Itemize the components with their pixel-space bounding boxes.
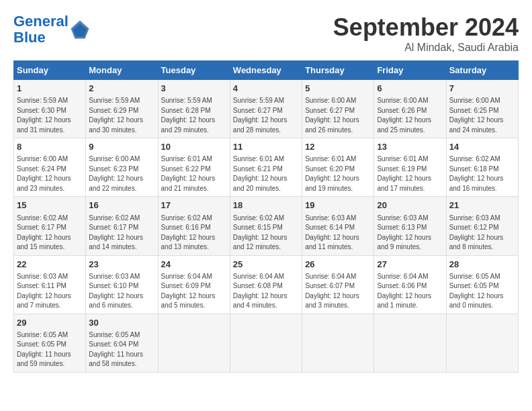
day-content: Sunrise: 6:02 AM Sunset: 6:16 PM Dayligh… xyxy=(161,214,227,253)
day-content: Sunrise: 5:59 AM Sunset: 6:28 PM Dayligh… xyxy=(161,96,227,135)
location: Al Mindak, Saudi Arabia xyxy=(333,42,519,54)
day-content: Sunrise: 6:00 AM Sunset: 6:23 PM Dayligh… xyxy=(89,154,154,193)
table-row: 20Sunrise: 6:03 AM Sunset: 6:13 PM Dayli… xyxy=(374,197,446,255)
day-number: 7 xyxy=(449,83,515,95)
day-content: Sunrise: 6:04 AM Sunset: 6:07 PM Dayligh… xyxy=(305,272,371,311)
table-row: 30Sunrise: 6:05 AM Sunset: 6:04 PM Dayli… xyxy=(86,314,158,372)
logo-text: General Blue xyxy=(13,13,69,46)
day-number: 29 xyxy=(17,317,83,329)
table-row: 27Sunrise: 6:04 AM Sunset: 6:06 PM Dayli… xyxy=(374,255,446,314)
table-row: 28Sunrise: 6:05 AM Sunset: 6:05 PM Dayli… xyxy=(446,255,518,314)
table-row: 18Sunrise: 6:02 AM Sunset: 6:15 PM Dayli… xyxy=(230,197,302,255)
day-content: Sunrise: 5:59 AM Sunset: 6:30 PM Dayligh… xyxy=(17,96,83,135)
day-content: Sunrise: 6:05 AM Sunset: 6:05 PM Dayligh… xyxy=(449,272,515,311)
day-number: 6 xyxy=(377,83,443,95)
table-row: 7Sunrise: 6:00 AM Sunset: 6:25 PM Daylig… xyxy=(446,80,518,138)
day-content: Sunrise: 6:02 AM Sunset: 6:18 PM Dayligh… xyxy=(449,154,515,193)
day-number: 18 xyxy=(233,199,299,212)
day-number: 26 xyxy=(305,259,371,271)
col-sunday: Sunday xyxy=(14,61,86,80)
day-number: 5 xyxy=(305,83,371,95)
table-row: 23Sunrise: 6:03 AM Sunset: 6:10 PM Dayli… xyxy=(86,255,158,314)
calendar-week-row: 15Sunrise: 6:02 AM Sunset: 6:17 PM Dayli… xyxy=(14,197,519,255)
table-row: 22Sunrise: 6:03 AM Sunset: 6:11 PM Dayli… xyxy=(14,255,86,314)
table-row: 10Sunrise: 6:01 AM Sunset: 6:22 PM Dayli… xyxy=(158,138,230,197)
table-row: 13Sunrise: 6:01 AM Sunset: 6:19 PM Dayli… xyxy=(374,138,446,197)
day-content: Sunrise: 6:03 AM Sunset: 6:10 PM Dayligh… xyxy=(89,272,154,311)
day-content: Sunrise: 6:01 AM Sunset: 6:21 PM Dayligh… xyxy=(233,154,299,193)
day-number: 3 xyxy=(161,83,227,95)
table-row xyxy=(374,314,446,372)
day-number: 22 xyxy=(17,259,83,271)
day-content: Sunrise: 5:59 AM Sunset: 6:27 PM Dayligh… xyxy=(233,96,299,135)
day-content: Sunrise: 6:03 AM Sunset: 6:12 PM Dayligh… xyxy=(449,214,515,253)
day-content: Sunrise: 6:03 AM Sunset: 6:11 PM Dayligh… xyxy=(17,272,83,311)
day-number: 30 xyxy=(89,317,154,329)
day-number: 24 xyxy=(161,259,227,271)
day-number: 12 xyxy=(305,141,371,153)
table-row: 24Sunrise: 6:04 AM Sunset: 6:09 PM Dayli… xyxy=(158,255,230,314)
day-content: Sunrise: 6:00 AM Sunset: 6:25 PM Dayligh… xyxy=(449,96,515,135)
day-content: Sunrise: 6:04 AM Sunset: 6:09 PM Dayligh… xyxy=(161,272,227,311)
calendar-week-row: 22Sunrise: 6:03 AM Sunset: 6:11 PM Dayli… xyxy=(14,255,519,314)
table-row: 11Sunrise: 6:01 AM Sunset: 6:21 PM Dayli… xyxy=(230,138,302,197)
day-content: Sunrise: 6:02 AM Sunset: 6:17 PM Dayligh… xyxy=(17,214,83,253)
table-row: 12Sunrise: 6:01 AM Sunset: 6:20 PM Dayli… xyxy=(302,138,374,197)
table-row xyxy=(302,314,374,372)
calendar-table: Sunday Monday Tuesday Wednesday Thursday… xyxy=(13,60,519,373)
col-wednesday: Wednesday xyxy=(230,61,302,80)
day-content: Sunrise: 6:03 AM Sunset: 6:14 PM Dayligh… xyxy=(305,214,371,253)
table-row: 3Sunrise: 5:59 AM Sunset: 6:28 PM Daylig… xyxy=(158,80,230,138)
table-row: 19Sunrise: 6:03 AM Sunset: 6:14 PM Dayli… xyxy=(302,197,374,255)
day-content: Sunrise: 6:02 AM Sunset: 6:15 PM Dayligh… xyxy=(233,214,299,253)
table-row: 21Sunrise: 6:03 AM Sunset: 6:12 PM Dayli… xyxy=(446,197,518,255)
table-row xyxy=(158,314,230,372)
calendar-week-row: 29Sunrise: 6:05 AM Sunset: 6:05 PM Dayli… xyxy=(14,314,519,372)
day-content: Sunrise: 6:04 AM Sunset: 6:08 PM Dayligh… xyxy=(233,272,299,311)
day-number: 28 xyxy=(449,259,515,271)
day-content: Sunrise: 6:00 AM Sunset: 6:24 PM Dayligh… xyxy=(17,154,83,193)
day-content: Sunrise: 6:01 AM Sunset: 6:22 PM Dayligh… xyxy=(161,154,227,193)
table-row: 8Sunrise: 6:00 AM Sunset: 6:24 PM Daylig… xyxy=(14,138,86,197)
col-saturday: Saturday xyxy=(446,61,518,80)
table-row: 25Sunrise: 6:04 AM Sunset: 6:08 PM Dayli… xyxy=(230,255,302,314)
col-monday: Monday xyxy=(86,61,158,80)
day-number: 15 xyxy=(17,199,83,212)
day-content: Sunrise: 6:03 AM Sunset: 6:13 PM Dayligh… xyxy=(377,214,443,253)
table-row: 14Sunrise: 6:02 AM Sunset: 6:18 PM Dayli… xyxy=(446,138,518,197)
day-number: 13 xyxy=(377,141,443,153)
day-number: 14 xyxy=(449,141,515,153)
day-content: Sunrise: 6:02 AM Sunset: 6:17 PM Dayligh… xyxy=(89,214,154,253)
table-row: 9Sunrise: 6:00 AM Sunset: 6:23 PM Daylig… xyxy=(86,138,158,197)
month-title: September 2024 xyxy=(333,13,519,42)
day-number: 17 xyxy=(161,199,227,212)
day-content: Sunrise: 6:01 AM Sunset: 6:20 PM Dayligh… xyxy=(305,154,371,193)
day-content: Sunrise: 6:04 AM Sunset: 6:06 PM Dayligh… xyxy=(377,272,443,311)
table-row: 29Sunrise: 6:05 AM Sunset: 6:05 PM Dayli… xyxy=(14,314,86,372)
col-friday: Friday xyxy=(374,61,446,80)
day-number: 27 xyxy=(377,259,443,271)
day-number: 23 xyxy=(89,259,154,271)
calendar-header-row: Sunday Monday Tuesday Wednesday Thursday… xyxy=(14,61,519,80)
table-row: 16Sunrise: 6:02 AM Sunset: 6:17 PM Dayli… xyxy=(86,197,158,255)
day-number: 21 xyxy=(449,199,515,212)
table-row: 4Sunrise: 5:59 AM Sunset: 6:27 PM Daylig… xyxy=(230,80,302,138)
table-row xyxy=(230,314,302,372)
table-row: 6Sunrise: 6:00 AM Sunset: 6:26 PM Daylig… xyxy=(374,80,446,138)
day-content: Sunrise: 6:05 AM Sunset: 6:04 PM Dayligh… xyxy=(89,330,154,369)
day-number: 10 xyxy=(161,141,227,153)
table-row: 26Sunrise: 6:04 AM Sunset: 6:07 PM Dayli… xyxy=(302,255,374,314)
table-row: 17Sunrise: 6:02 AM Sunset: 6:16 PM Dayli… xyxy=(158,197,230,255)
day-number: 1 xyxy=(17,83,83,95)
day-content: Sunrise: 6:05 AM Sunset: 6:05 PM Dayligh… xyxy=(17,330,83,369)
table-row: 1Sunrise: 5:59 AM Sunset: 6:30 PM Daylig… xyxy=(14,80,86,138)
col-tuesday: Tuesday xyxy=(158,61,230,80)
table-row: 2Sunrise: 5:59 AM Sunset: 6:29 PM Daylig… xyxy=(86,80,158,138)
day-content: Sunrise: 6:00 AM Sunset: 6:26 PM Dayligh… xyxy=(377,96,443,135)
table-row xyxy=(446,314,518,372)
day-number: 20 xyxy=(377,199,443,212)
day-number: 25 xyxy=(233,259,299,271)
col-thursday: Thursday xyxy=(302,61,374,80)
table-row: 15Sunrise: 6:02 AM Sunset: 6:17 PM Dayli… xyxy=(14,197,86,255)
day-content: Sunrise: 5:59 AM Sunset: 6:29 PM Dayligh… xyxy=(89,96,154,135)
